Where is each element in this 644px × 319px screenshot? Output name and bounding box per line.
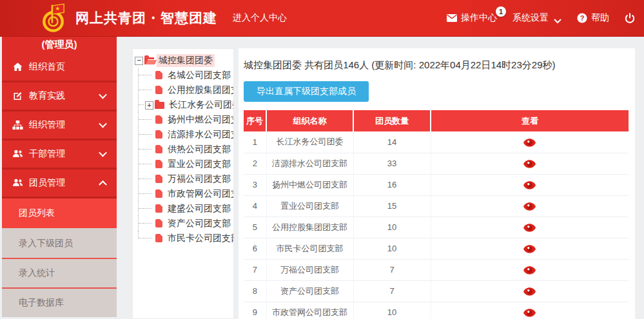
tree-node-label[interactable]: 市民卡公司团支部 xyxy=(166,232,233,245)
view-cell xyxy=(431,153,629,174)
sidebar-submenu-item[interactable]: 录入统计 xyxy=(2,258,117,287)
sidebar-submenu-item[interactable]: 电子数据库 xyxy=(2,287,117,317)
tree-node-label[interactable]: 万福公司团支部 xyxy=(166,173,233,186)
tree-node[interactable]: 长江水务公司团委 xyxy=(133,97,233,112)
tree-node-label[interactable]: 扬州中燃公司团支部 xyxy=(166,113,233,126)
tree-node[interactable]: 置业公司团支部 xyxy=(133,157,233,171)
view-eye-button[interactable] xyxy=(523,181,536,189)
export-members-button[interactable]: 导出直属下级团支部成员 xyxy=(244,81,369,102)
member-count-cell: 7 xyxy=(353,280,431,302)
view-eye-button[interactable] xyxy=(523,202,536,211)
tree-node-label[interactable]: 置业公司团支部 xyxy=(166,158,233,171)
view-eye-button[interactable] xyxy=(523,266,536,275)
view-eye-button[interactable] xyxy=(523,160,536,168)
tree-node-label[interactable]: 公用控股集团团支部 xyxy=(166,84,233,97)
tree-node-label[interactable]: 洁源排水公司团支部 xyxy=(166,128,233,141)
tree-node-icon xyxy=(155,160,162,168)
tree-node-label[interactable]: 供热公司团支部 xyxy=(166,143,233,156)
tree-node[interactable]: 城控集团团委 xyxy=(133,53,233,68)
tree-expander-icon[interactable] xyxy=(144,68,154,82)
tree-node-label[interactable]: 名城公司团支部 xyxy=(166,69,233,82)
view-eye-button[interactable] xyxy=(523,224,536,232)
power-icon xyxy=(625,13,635,23)
sidebar-nav-item[interactable]: 团员管理 xyxy=(2,169,117,198)
tree-expander-icon[interactable] xyxy=(144,142,154,157)
tree-connector-line xyxy=(133,127,144,142)
enter-personal-center-link[interactable]: 进入个人中心 xyxy=(233,12,287,24)
tree-node[interactable]: 公用控股集团团支部 xyxy=(133,82,233,97)
tree-node[interactable]: 市政管网公司团支部 xyxy=(133,186,233,201)
tree-node[interactable]: 建盛公司团支部 xyxy=(133,201,233,216)
tree-expander-icon[interactable] xyxy=(144,231,154,246)
member-count-cell: 33 xyxy=(353,153,431,174)
table-row: 3 扬州中燃公司团支部 16 xyxy=(244,174,629,195)
tree-connector-line xyxy=(133,68,144,82)
tree-expander-icon[interactable] xyxy=(144,82,154,97)
tree-node[interactable]: 洁源排水公司团支部 xyxy=(133,127,233,142)
sidebar-submenu-item[interactable]: 录入下级团员 xyxy=(2,228,117,258)
view-cell xyxy=(431,174,629,195)
sidebar-nav-item[interactable]: 干部管理 xyxy=(2,140,117,169)
table-row: 4 置业公司团支部 15 xyxy=(244,195,629,217)
tree-expander-icon[interactable] xyxy=(144,127,154,142)
view-cell xyxy=(431,259,629,280)
org-name-cell: 长江水务公司团委 xyxy=(266,131,353,153)
tree-node[interactable]: 市民卡公司团支部 xyxy=(133,231,233,246)
chevron-icon xyxy=(100,93,106,99)
tree-node[interactable]: 万福公司团支部 xyxy=(133,171,233,186)
tree-node-label[interactable]: 市政管网公司团支部 xyxy=(166,188,233,200)
tree-node[interactable]: 供热公司团支部 xyxy=(133,142,233,157)
org-name-cell: 资产公司团支部 xyxy=(266,280,353,302)
sidebar-submenu-label: 录入下级团员 xyxy=(19,238,73,249)
tree-connector-line xyxy=(133,216,144,231)
org-name-cell: 扬州中燃公司团支部 xyxy=(266,174,353,195)
tree-expander-icon[interactable] xyxy=(144,186,154,201)
tree-node-label[interactable]: 长江水务公司团委 xyxy=(167,99,233,111)
org-name-cell: 置业公司团支部 xyxy=(266,195,353,217)
tree-node[interactable]: 资产公司团支部 xyxy=(133,216,233,231)
tree-node-label[interactable]: 建盛公司团支部 xyxy=(166,202,233,215)
chevron-down-icon xyxy=(554,15,561,21)
chevron-icon xyxy=(100,180,106,186)
help-menu[interactable]: ? 帮助 xyxy=(577,12,609,24)
sidebar-nav-item[interactable]: 组织管理 xyxy=(2,111,117,140)
action-center-label: 操作中心 xyxy=(461,12,497,24)
tree-node[interactable]: 名城公司团支部 xyxy=(133,68,233,82)
tree-expander-icon[interactable] xyxy=(144,97,154,112)
org-name-cell: 洁源排水公司团支部 xyxy=(266,153,353,174)
sidebar-nav-item[interactable]: 教育实践 xyxy=(2,82,117,111)
members-table-header-row: 序号组织名称团员数量查看 xyxy=(244,110,629,131)
row-number-cell: 6 xyxy=(244,238,266,259)
tree-expander-icon[interactable] xyxy=(144,112,154,127)
row-number-cell: 4 xyxy=(244,195,266,217)
tree-expander-icon[interactable] xyxy=(144,201,154,216)
view-eye-button[interactable] xyxy=(523,287,536,296)
sidebar-nav-item[interactable]: 组织首页 xyxy=(2,53,117,82)
page: 网上共青团・智慧团建 进入个人中心 操作中心 1 系统设置 ? 帮助 xyxy=(0,0,644,319)
notification-badge[interactable]: 1 xyxy=(496,6,506,17)
view-eye-button[interactable] xyxy=(523,245,536,253)
org-name-cell: 万福公司团支部 xyxy=(266,259,353,280)
system-settings-menu[interactable]: 系统设置 xyxy=(512,12,561,24)
tree-node[interactable]: 扬州中燃公司团支部 xyxy=(133,112,233,127)
members-table-header-cell: 查看 xyxy=(431,110,629,131)
row-number-cell: 3 xyxy=(244,174,266,195)
member-count-cell: 15 xyxy=(353,195,431,217)
tree-expander-icon[interactable] xyxy=(133,53,144,68)
view-eye-button[interactable] xyxy=(523,139,536,147)
sidebar-submenu-label: 录入统计 xyxy=(19,267,55,279)
row-number-cell: 8 xyxy=(244,280,266,302)
tree-node-icon xyxy=(155,189,162,198)
members-table-header-cell: 组织名称 xyxy=(266,110,353,131)
sidebar-submenu-item[interactable]: 团员列表 xyxy=(2,198,117,228)
action-center-menu[interactable]: 操作中心 1 xyxy=(447,12,497,24)
tree-node-label[interactable]: 城控集团团委 xyxy=(157,54,215,67)
tree-expander-icon[interactable] xyxy=(144,157,154,171)
tree-expander-icon[interactable] xyxy=(144,216,154,231)
sidebar-item-icon xyxy=(12,120,23,130)
tree-expander-icon[interactable] xyxy=(144,171,154,186)
logout-power-button[interactable] xyxy=(625,13,635,23)
question-circle-icon: ? xyxy=(577,13,587,23)
view-eye-button[interactable] xyxy=(523,309,536,317)
tree-node-label[interactable]: 资产公司团支部 xyxy=(166,217,233,230)
